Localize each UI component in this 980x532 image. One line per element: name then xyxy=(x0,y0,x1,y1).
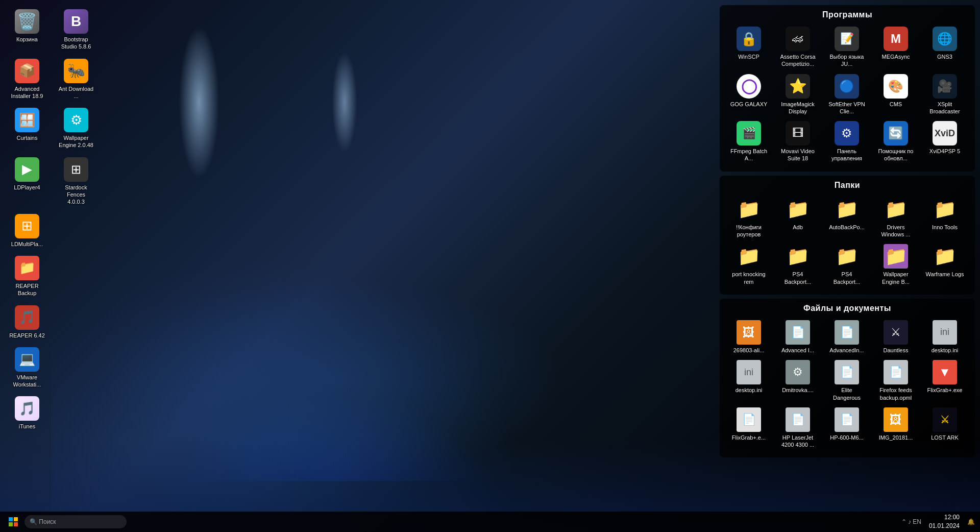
folder-icon-ps4-back2[interactable]: 📁 PS4 Backport... xyxy=(824,242,870,287)
svg-rect-3 xyxy=(14,522,18,526)
program-icon-update-assistant[interactable]: 🔄 Помощник по обновл... xyxy=(873,119,919,164)
svg-rect-2 xyxy=(9,522,13,526)
folders-section-title: Папки xyxy=(726,181,969,190)
program-icon-xsplit[interactable]: 🎥 XSplit Broadcaster xyxy=(922,72,968,117)
file-icon-desktop-ini-2[interactable]: ini desktop.ini xyxy=(726,358,772,403)
program-icon-movavi[interactable]: 🎞 Movavi Video Suite 18 xyxy=(775,119,821,164)
desktop-icon-reaper[interactable]: 🎵 REAPER 6.42 xyxy=(7,303,47,341)
file-icon-flixgrab-e2[interactable]: 📄 FlixGrab+.e... xyxy=(726,405,772,451)
desktop-icon-curtains[interactable]: 🪟 Curtains xyxy=(7,106,47,151)
notification-icon[interactable]: 🔔 xyxy=(967,518,975,525)
files-grid: 🖼 269803-ali... 📄 Advanced I... 📄 Advanc… xyxy=(726,318,969,450)
start-button[interactable] xyxy=(4,514,22,530)
file-icon-elite-dangerous[interactable]: 📄 Elite Dangerous xyxy=(824,358,870,403)
program-icon-control-panel[interactable]: ⚙ Панель управления xyxy=(824,119,870,164)
folder-icon-inno-tools[interactable]: 📁 Inno Tools xyxy=(922,195,968,240)
file-icon-advancedin[interactable]: 📄 AdvancedIn... xyxy=(824,318,870,356)
file-icon-desktop-ini-1[interactable]: ini desktop.ini xyxy=(922,318,968,356)
program-icon-ffmpeg[interactable]: 🎬 FFmpeg Batch A... xyxy=(726,119,772,164)
file-icon-advanced-i[interactable]: 📄 Advanced I... xyxy=(775,318,821,356)
desktop-icon-trash[interactable]: 🗑️ Корзина xyxy=(7,7,47,53)
programs-grid: 🔒 WinSCP 🏎 Assetto Corsa Competizio... 📝… xyxy=(726,25,969,164)
program-icon-gns3[interactable]: 🌐 GNS3 xyxy=(922,25,968,70)
desktop-icon-advanced-installer[interactable]: 📦 Advanced Installer 18.9 xyxy=(7,57,47,102)
file-icon-flixgrab-exe-1[interactable]: ▼ FlixGrab+.exe xyxy=(922,358,968,403)
file-icon-lost-ark[interactable]: ⚔ LOST ARK xyxy=(922,405,968,451)
right-panel: Программы 🔒 WinSCP 🏎 Assetto Corsa Compe… xyxy=(715,0,980,467)
left-desktop-icons: 🗑️ Корзина B Bootstrap Studio 5.8.6 📦 Ad… xyxy=(0,0,89,440)
clock: 12:0001.01.2024 xyxy=(929,513,960,530)
file-icon-firefox-feeds[interactable]: 📄 Firefox feeds backup.opml xyxy=(873,358,919,403)
file-icon-dmitrovka[interactable]: ⚙ Dmitrovka.... xyxy=(775,358,821,403)
taskbar: 🔍 Поиск ⌃ ♪ EN 12:0001.01.2024 🔔 xyxy=(0,512,980,532)
folder-icon-wallpaper-engine-b[interactable]: 📁 Wallpaper Engine B... xyxy=(873,242,919,287)
folder-icon-autobackpo[interactable]: 📁 AutoBackPo... xyxy=(824,195,870,240)
folder-icon-ps4-back1[interactable]: 📁 PS4 Backport... xyxy=(775,242,821,287)
desktop-icon-wallpaper-engine[interactable]: ⚙ Wallpaper Engine 2.0.48 xyxy=(56,106,96,151)
folder-icon-konfig[interactable]: 📁 !!Конфиги роутеров xyxy=(726,195,772,240)
file-icon-ali[interactable]: 🖼 269803-ali... xyxy=(726,318,772,356)
files-section-title: Файлы и документы xyxy=(726,304,969,313)
desktop-icon-ant-download[interactable]: 🐜 Ant Download ... xyxy=(56,57,96,102)
file-icon-dauntless[interactable]: ⚔ Dauntless xyxy=(873,318,919,356)
program-icon-winscp[interactable]: 🔒 WinSCP xyxy=(726,25,772,70)
svg-rect-0 xyxy=(9,517,13,521)
folders-section: Папки 📁 !!Конфиги роутеров 📁 Adb 📁 AutoB… xyxy=(720,176,975,295)
search-bar[interactable]: 🔍 Поиск xyxy=(24,515,127,528)
program-icon-cms[interactable]: 🎨 CMS xyxy=(873,72,919,117)
folder-icon-drivers-windows[interactable]: 📁 Drivers Windows ... xyxy=(873,195,919,240)
folders-grid: 📁 !!Конфиги роутеров 📁 Adb 📁 AutoBackPo.… xyxy=(726,195,969,287)
file-icon-hp-laserjet[interactable]: 📄 HP LaserJet 4200 4300 ... xyxy=(775,405,821,451)
desktop-icon-reaper-backup[interactable]: 📁 REAPER Backup xyxy=(7,254,47,299)
desktop-icon-itunes[interactable]: 🎵 iTunes xyxy=(7,394,47,432)
programs-section: Программы 🔒 WinSCP 🏎 Assetto Corsa Compe… xyxy=(720,5,975,172)
program-icon-imagemagick[interactable]: ⭐ ImageMagick Display xyxy=(775,72,821,117)
file-icon-img-2018[interactable]: 🖼 IMG_20181... xyxy=(873,405,919,451)
program-icon-assettocorsa[interactable]: 🏎 Assetto Corsa Competizio... xyxy=(775,25,821,70)
folder-icon-port-knocking[interactable]: 📁 port knocking rem xyxy=(726,242,772,287)
program-icon-gogalaxy[interactable]: ◯ GOG GALAXY xyxy=(726,72,772,117)
systray-icons: ⌃ ♪ EN xyxy=(901,518,921,525)
files-section: Файлы и документы 🖼 269803-ali... 📄 Adva… xyxy=(720,299,975,457)
desktop-icon-stardock[interactable]: ⊞ Stardock Fences 4.0.0.3 xyxy=(56,155,96,208)
program-icon-megasync[interactable]: M MEGAsync xyxy=(873,25,919,70)
programs-section-title: Программы xyxy=(726,10,969,19)
folder-icon-warframe-logs[interactable]: 📁 Warframe Logs xyxy=(922,242,968,287)
folder-icon-adb[interactable]: 📁 Adb xyxy=(775,195,821,240)
program-icon-vybor[interactable]: 📝 Выбор языка JU... xyxy=(824,25,870,70)
desktop-icon-vmware[interactable]: 💻 VMware Workstati... xyxy=(7,345,47,391)
program-icon-xvid[interactable]: XviD XviD4PSP 5 xyxy=(922,119,968,164)
desktop-icon-ldmulti[interactable]: ⊞ LDMultiPla... xyxy=(7,212,47,250)
file-icon-hp600[interactable]: 📄 HP-600-M6... xyxy=(824,405,870,451)
program-icon-softether[interactable]: 🔵 SoftEther VPN Clie... xyxy=(824,72,870,117)
desktop-icon-bootstrap[interactable]: B Bootstrap Studio 5.8.6 xyxy=(56,7,96,53)
desktop-icon-ldplayer[interactable]: ▶ LDPlayer4 xyxy=(7,155,47,208)
svg-rect-1 xyxy=(14,517,18,521)
